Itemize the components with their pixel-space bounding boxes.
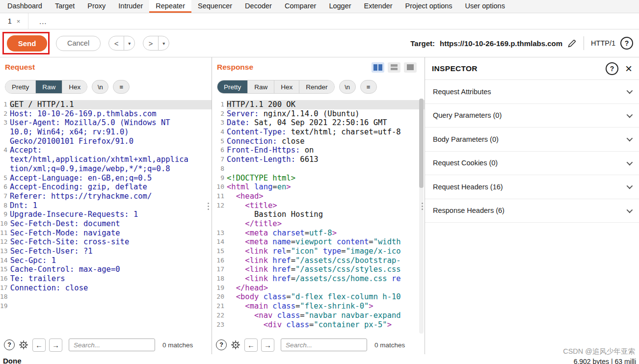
menu-item-proxy[interactable]: Proxy [81,0,112,13]
scrollbar-thumb[interactable] [419,99,424,188]
menu-item-user-options[interactable]: User options [459,0,511,13]
inspector-section-request-cookies-0[interactable]: Request Cookies (0) [425,152,639,176]
menu-item-repeater[interactable]: Repeater [149,0,191,13]
back-button-group: < ▾ [108,36,135,51]
status-message: Done [3,357,22,364]
gear-icon[interactable] [230,339,241,350]
search-input[interactable] [281,338,367,351]
splitter-handle[interactable] [421,203,423,210]
inspector-section-request-headers-16[interactable]: Request Headers (16) [425,175,639,199]
line-number: 12 [0,237,10,247]
code-text: Dnt: 1 [10,201,212,210]
menu-item-sequencer[interactable]: Sequencer [191,0,239,13]
menu-item-comparer[interactable]: Comparer [278,0,322,13]
edit-target-button[interactable] [567,39,577,48]
search-prev-button[interactable]: ← [244,338,258,352]
close-tab-icon[interactable]: × [17,18,21,25]
chevron-down-icon[interactable]: ▾ [124,36,134,50]
help-icon[interactable]: ? [216,339,227,350]
tab-raw[interactable]: Raw [36,80,62,93]
chevron-down-icon[interactable]: ▾ [158,36,169,50]
code-line: 3Date: Sat, 04 Sep 2021 22:50:16 GMT [212,118,425,128]
help-icon[interactable]: ? [620,37,633,50]
request-code[interactable]: 1GET / HTTP/1.12Host: 10-10-26-169.p.thm… [0,97,212,336]
code-line: 8 [212,164,425,174]
code-line: 15Cache-Control: max-age=0 [0,265,212,274]
send-button[interactable]: Send [7,35,47,52]
code-line: 7Referer: https://tryhackme.com/ [0,192,212,201]
cancel-button[interactable]: Cancel [56,36,101,51]
code-text: Date: Sat, 04 Sep 2021 22:50:16 GMT [227,118,425,128]
layout-columns-icon[interactable] [372,62,384,73]
newline-toggle-button[interactable]: \n [339,80,356,94]
target-area: Target: https://10-10-26-169.p.thmlabs.c… [410,36,633,50]
inspector-sections: Request AttributesQuery Parameters (0)Bo… [425,80,639,223]
code-text: Accept-Encoding: gzip, deflate [10,182,212,192]
search-next-button[interactable]: → [261,338,274,352]
code-line: 19 </head> [212,284,425,293]
menu-item-dashboard[interactable]: Dashboard [1,0,49,13]
close-icon[interactable]: × [625,63,632,75]
line-number: 6 [0,182,10,192]
code-line: 11Sec-Fetch-Mode: navigate [0,229,212,238]
tab-pretty[interactable]: Pretty [5,80,36,93]
code-text: Sec-Fetch-Site: cross-site [10,237,212,247]
search-prev-button[interactable]: ← [32,338,46,352]
menu-item-project-options[interactable]: Project options [399,0,459,13]
search-next-button[interactable]: → [49,338,62,352]
help-icon[interactable]: ? [4,339,15,350]
repeater-tab-1[interactable]: 1 × [0,13,28,29]
code-text: Sec-Gpc: 1 [10,256,212,265]
hamburger-menu-icon[interactable]: ≡ [360,80,377,94]
hamburger-menu-icon[interactable]: ≡ [113,80,130,94]
scrollbar[interactable] [419,99,424,334]
layout-rows-icon[interactable] [388,62,400,73]
code-line: 16Te: trailers [0,274,212,284]
line-number: 4 [212,128,227,137]
code-text: <link href="/assets/css/styles.css [227,265,425,274]
tab-hex[interactable]: Hex [274,80,299,93]
inspector-section-query-parameters-0[interactable]: Query Parameters (0) [425,104,639,128]
code-line: 3User-Agent: Mozilla/5.0 (Windows NT [0,118,212,128]
menu-item-extender[interactable]: Extender [358,0,399,13]
line-number: 7 [212,155,227,164]
layout-single-icon[interactable] [404,62,417,73]
code-text: Connection: close [10,284,212,293]
chevron-down-icon [627,183,633,189]
forward-button[interactable]: > [143,36,158,50]
inspector-section-request-attributes[interactable]: Request Attributes [425,80,639,104]
search-input[interactable] [69,338,155,351]
inspector-section-body-parameters-0[interactable]: Body Parameters (0) [425,128,639,152]
code-text: Bastion Hosting [227,210,425,219]
menu-item-decoder[interactable]: Decoder [239,0,278,13]
tab-hex[interactable]: Hex [62,80,87,93]
code-line: 5Connection: close [212,137,425,146]
menu-item-logger[interactable]: Logger [322,0,357,13]
menu-item-target[interactable]: Target [49,0,81,13]
back-button[interactable]: < [109,36,124,50]
pencil-icon [567,39,577,48]
code-line: 14Sec-Gpc: 1 [0,256,212,265]
gear-icon[interactable] [18,339,29,350]
http-version-selector[interactable]: HTTP/1 [591,39,615,47]
help-icon[interactable]: ? [606,62,618,75]
code-text: <link href=/assets/css/home.css re [227,274,425,284]
splitter-handle[interactable] [207,203,209,210]
code-line: 7Content-Length: 6613 [212,155,425,164]
code-line: 1HTTP/1.1 200 OK [212,100,425,109]
menu-item-intruder[interactable]: Intruder [112,0,149,13]
request-panel: Request PrettyRawHex \n ≡ 1GET / HTTP/1.… [0,57,212,354]
tab-raw[interactable]: Raw [248,80,274,93]
code-line: Gecko/20100101 Firefox/91.0 [0,137,212,146]
code-text: Connection: close [227,137,425,146]
line-number: 5 [212,137,227,146]
code-line: 10Sec-Fetch-Dest: document [0,219,212,229]
newline-toggle-button[interactable]: \n [92,80,108,94]
tab-pretty[interactable]: Pretty [217,80,248,93]
tab-render[interactable]: Render [299,80,334,93]
response-code[interactable]: 1HTTP/1.1 200 OK2Server: nginx/1.14.0 (U… [212,97,425,336]
code-text [10,292,212,302]
line-number: 6 [212,146,227,155]
tab-overflow-button[interactable]: ... [28,13,58,29]
inspector-section-response-headers-6[interactable]: Response Headers (6) [425,199,639,223]
